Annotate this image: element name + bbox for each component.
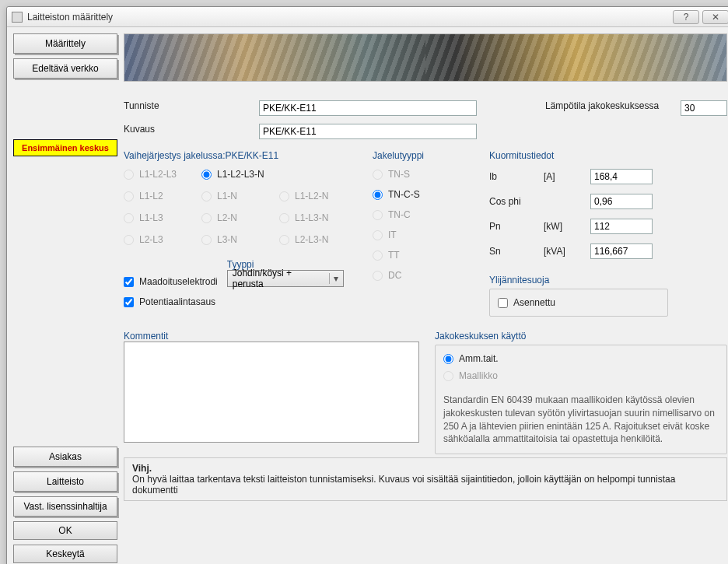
identifier-input[interactable]: [259, 100, 477, 116]
ib-label: Ib: [489, 171, 544, 182]
help-button[interactable]: ?: [673, 10, 699, 24]
dist-tncs[interactable]: TN-C-S: [373, 189, 474, 200]
phase-l1l2l3n[interactable]: L1-L2-L3-N: [201, 169, 279, 180]
comments-textarea[interactable]: [124, 342, 419, 443]
main-panel: Tunniste Lämpötila jakokeskuksessa Kuvau…: [124, 33, 727, 563]
phase-l1l2: L1-L2: [124, 191, 201, 201]
usage-title: Jakokeskuksen käyttö: [435, 331, 727, 342]
app-icon: [12, 12, 23, 23]
phase-l3n: L3-N: [201, 234, 279, 245]
close-button[interactable]: ✕: [702, 10, 728, 24]
customer-button[interactable]: Asiakas: [13, 447, 117, 467]
usage-layman: Maallikko: [443, 370, 719, 381]
hint-title: Vihj.: [132, 463, 719, 474]
type-combo-value: Johdin/köysi + perusta: [228, 268, 329, 289]
identifier-label: Tunniste: [124, 100, 240, 116]
cosphi-input[interactable]: [590, 194, 653, 209]
license-holder-button[interactable]: Vast. lisenssinhaltija: [13, 496, 117, 517]
type-combo[interactable]: Johdin/köysi + perusta ▾: [227, 270, 344, 287]
hint-box: Vihj. On hyvä laittaa tarkentava teksti …: [124, 457, 727, 501]
dist-dc: DC: [373, 270, 474, 281]
pn-unit: [kW]: [544, 221, 590, 232]
phase-l1l3n: L1-L3-N: [279, 212, 357, 223]
title-bar: Laitteiston määrittely ? ✕: [7, 7, 728, 27]
ok-button[interactable]: OK: [13, 521, 117, 540]
comments-group: Kommentit: [124, 331, 419, 454]
cosphi-label: Cos phi: [489, 196, 544, 207]
dist-tnc: TN-C: [373, 209, 474, 220]
phase-order-group: Vaihejärjestys jakelussa:PKE/KK-E11 L1-L…: [124, 150, 357, 317]
ground-electrode-checkbox[interactable]: Maadoituselektrodi: [124, 276, 218, 287]
dialog-window: Laitteiston määrittely ? ✕ Määrittely Ed…: [6, 6, 728, 564]
dist-tt: TT: [373, 250, 474, 261]
define-button[interactable]: Määrittely: [13, 33, 117, 54]
window-title: Laitteiston määrittely: [27, 12, 670, 23]
sn-unit: [kVA]: [544, 246, 590, 257]
usage-professional[interactable]: Amm.tait.: [443, 353, 719, 364]
sn-label: Sn: [489, 246, 544, 257]
phase-l1l3: L1-L3: [124, 212, 201, 223]
installed-checkbox[interactable]: Asennettu: [498, 297, 660, 308]
ib-unit: [A]: [544, 171, 590, 182]
pn-label: Pn: [489, 221, 544, 232]
usage-group: Jakokeskuksen käyttö Amm.tait. Maallikko…: [435, 331, 727, 454]
form-area: Tunniste Lämpötila jakokeskuksessa Kuvau…: [124, 86, 727, 563]
phase-l2n: L2-N: [201, 212, 279, 223]
temperature-label: Lämpötila jakokeskuksessa: [545, 100, 662, 116]
overvoltage-title: Ylijännitesuoja: [489, 275, 727, 286]
phase-l1l2n: L1-L2-N: [279, 191, 357, 201]
pn-input[interactable]: [590, 219, 653, 234]
chevron-down-icon: ▾: [329, 273, 343, 284]
hardware-button[interactable]: Laitteisto: [13, 471, 117, 492]
previous-network-button[interactable]: Edeltävä verkko: [13, 58, 117, 79]
phase-l1n: L1-N: [201, 191, 279, 201]
description-label: Kuvaus: [124, 124, 240, 139]
dist-tns: TN-S: [373, 169, 474, 180]
usage-info-text: Standardin EN 60439 mukaan maallikoiden …: [443, 394, 719, 446]
hint-body: On hyvä laittaa tarkentava teksti laitte…: [132, 474, 719, 496]
distribution-type-title: Jakelutyyppi: [373, 150, 474, 161]
sidebar: Määrittely Edeltävä verkko Ensimmäinen k…: [13, 33, 117, 563]
sn-input[interactable]: [590, 243, 653, 259]
load-data-group: Kuormitustiedot Ib [A] Cos phi Pn [kW] S: [489, 150, 727, 317]
distribution-type-group: Jakelutyyppi TN-S TN-C-S TN-C IT TT DC: [373, 150, 474, 317]
banner-image: [124, 33, 727, 82]
dist-it: IT: [373, 229, 474, 240]
phase-l2l3n: L2-L3-N: [279, 234, 357, 245]
phase-l2l3: L2-L3: [124, 234, 201, 245]
phase-l1l2l3: L1-L2-L3: [124, 169, 201, 180]
content-area: Määrittely Edeltävä verkko Ensimmäinen k…: [7, 27, 728, 564]
ib-input[interactable]: [590, 169, 653, 184]
description-input[interactable]: [259, 124, 477, 139]
comments-label: Kommentit: [124, 331, 419, 342]
load-data-title: Kuormitustiedot: [489, 150, 727, 161]
cancel-button[interactable]: Keskeytä: [13, 545, 117, 563]
potential-equalization-checkbox[interactable]: Potentiaalintasaus: [124, 296, 357, 307]
first-center-button[interactable]: Ensimmäinen keskus: [13, 139, 117, 156]
temperature-input[interactable]: [681, 100, 727, 116]
phase-order-title: Vaihejärjestys jakelussa:PKE/KK-E11: [124, 150, 357, 161]
